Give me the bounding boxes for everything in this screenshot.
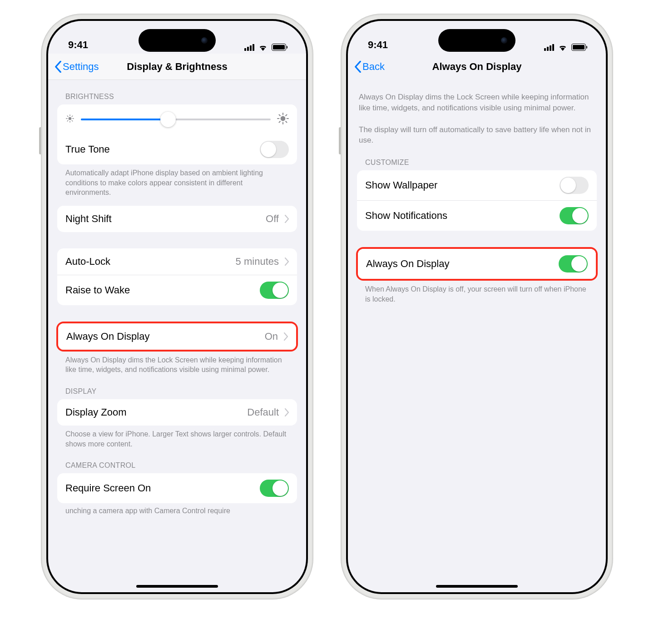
aod-toggle-footer: When Always On Display is off, your scre… (357, 281, 597, 304)
section-header-display: DISPLAY (57, 375, 297, 399)
row-show-notifications: Show Notifications (357, 200, 597, 231)
raise-to-wake-label: Raise to Wake (65, 284, 254, 296)
chevron-right-icon (283, 332, 288, 341)
back-label: Settings (63, 61, 99, 73)
night-shift-label: Night Shift (65, 213, 260, 225)
cellular-icon (544, 44, 554, 51)
require-screen-label: Require Screen On (65, 482, 254, 494)
back-button[interactable]: Back (354, 61, 385, 73)
intro-text-2: The display will turn off automatically … (357, 124, 597, 146)
show-notifications-toggle[interactable] (560, 207, 589, 224)
dynamic-island (139, 29, 216, 52)
svg-line-6 (72, 120, 73, 121)
show-notifications-label: Show Notifications (365, 210, 554, 222)
true-tone-footer: Automatically adapt iPhone display based… (57, 164, 297, 198)
camera-footer-cut: unching a camera app with Camera Control… (57, 503, 297, 516)
battery-icon (272, 44, 286, 51)
aod-toggle[interactable] (559, 255, 588, 272)
chevron-right-icon (284, 408, 289, 416)
night-shift-value: Off (266, 213, 279, 225)
status-time: 9:41 (68, 39, 88, 51)
require-screen-toggle[interactable] (260, 480, 289, 497)
home-indicator[interactable] (436, 585, 518, 588)
display-zoom-value: Default (247, 406, 279, 418)
nav-bar: Back Always On Display (348, 54, 606, 80)
display-zoom-footer: Choose a view for iPhone. Larger Text sh… (57, 426, 297, 449)
row-show-wallpaper: Show Wallpaper (357, 170, 597, 200)
status-time: 9:41 (368, 39, 388, 51)
brightness-slider[interactable] (81, 119, 271, 120)
display-zoom-label: Display Zoom (65, 406, 242, 418)
page-title: Always On Display (348, 61, 606, 73)
phone-right: 9:41 Back Always On Display Always On Di… (341, 14, 613, 599)
svg-line-14 (279, 115, 280, 116)
show-wallpaper-toggle[interactable] (560, 177, 589, 194)
svg-line-17 (286, 115, 287, 116)
svg-line-8 (72, 116, 73, 117)
back-label: Back (362, 61, 385, 73)
row-night-shift[interactable]: Night Shift Off (57, 206, 297, 232)
raise-to-wake-toggle[interactable] (260, 282, 289, 299)
highlight-aod-toggle: Always On Display (356, 247, 598, 281)
phone-left: 9:41 Settings Display & Brightness BRIGH… (41, 14, 313, 599)
show-wallpaper-label: Show Wallpaper (365, 179, 554, 191)
nav-bar: Settings Display & Brightness (48, 54, 306, 80)
aod-value: On (265, 331, 278, 342)
svg-line-7 (67, 120, 68, 121)
svg-line-5 (67, 116, 68, 117)
chevron-right-icon (284, 258, 289, 266)
intro-text-1: Always On Display dims the Lock Screen w… (357, 92, 597, 114)
row-display-zoom[interactable]: Display Zoom Default (57, 399, 297, 426)
aod-label: Always On Display (66, 331, 259, 342)
aod-toggle-label: Always On Display (366, 258, 553, 270)
cellular-icon (244, 44, 254, 51)
section-header-brightness: BRIGHTNESS (57, 80, 297, 104)
sun-max-icon (277, 113, 289, 126)
group-lock: Auto-Lock 5 minutes Raise to Wake (57, 248, 297, 305)
highlight-aod: Always On Display On (56, 322, 298, 352)
aod-footer: Always On Display dims the Lock Screen w… (57, 352, 297, 375)
back-button[interactable]: Settings (54, 61, 99, 73)
group-customize: Show Wallpaper Show Notifications (357, 170, 597, 231)
sun-min-icon (65, 114, 74, 125)
svg-point-0 (69, 117, 72, 120)
section-header-customize: CUSTOMIZE (357, 146, 597, 170)
row-require-screen-on: Require Screen On (57, 473, 297, 503)
section-header-camera: CAMERA CONTROL (57, 449, 297, 473)
row-aod-toggle: Always On Display (358, 249, 596, 279)
chevron-right-icon (284, 215, 289, 223)
dynamic-island (438, 29, 515, 52)
group-display-zoom: Display Zoom Default (57, 399, 297, 426)
chevron-left-icon (354, 61, 362, 73)
true-tone-toggle[interactable] (260, 141, 289, 158)
group-night-shift: Night Shift Off (57, 206, 297, 232)
row-auto-lock[interactable]: Auto-Lock 5 minutes (57, 248, 297, 275)
battery-icon (571, 44, 586, 51)
wifi-icon (558, 44, 568, 51)
chevron-left-icon (54, 61, 62, 73)
brightness-slider-row (57, 104, 297, 134)
svg-point-9 (281, 116, 286, 121)
auto-lock-value: 5 minutes (236, 256, 279, 268)
group-brightness: True Tone (57, 104, 297, 164)
svg-line-15 (286, 121, 287, 122)
row-always-on-display[interactable]: Always On Display On (58, 323, 296, 350)
settings-content[interactable]: Always On Display dims the Lock Screen w… (348, 80, 606, 592)
group-camera: Require Screen On (57, 473, 297, 503)
settings-content[interactable]: BRIGHTNESS True Tone (48, 80, 306, 592)
auto-lock-label: Auto-Lock (65, 256, 230, 268)
wifi-icon (258, 44, 268, 51)
svg-line-16 (279, 121, 280, 122)
row-true-tone: True Tone (57, 134, 297, 164)
row-raise-to-wake: Raise to Wake (57, 275, 297, 305)
true-tone-label: True Tone (65, 144, 254, 155)
home-indicator[interactable] (136, 585, 218, 588)
